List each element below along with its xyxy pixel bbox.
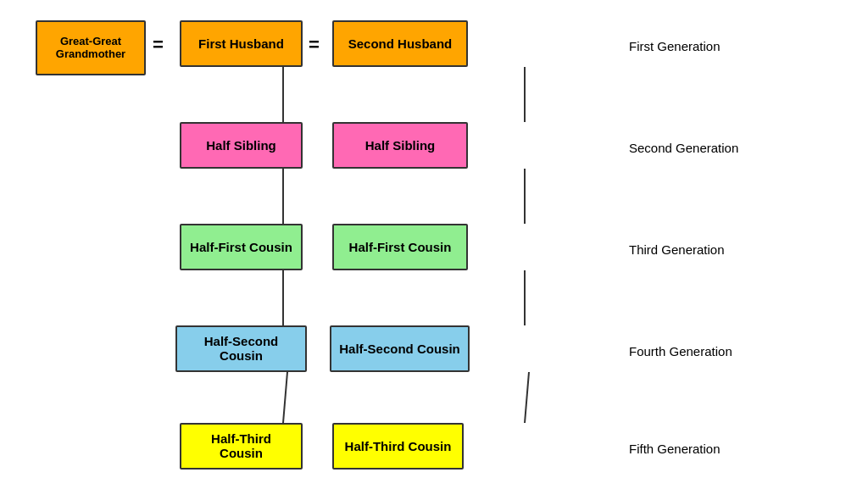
half-sibling-left-node: Half Sibling xyxy=(180,122,303,169)
first-husband-node: First Husband xyxy=(180,20,303,67)
svg-line-7 xyxy=(525,372,529,423)
half-sibling-right-node: Half Sibling xyxy=(332,122,468,169)
half-second-cousin-left-node: Half-Second Cousin xyxy=(175,325,307,372)
gen-label-5: Fifth Generation xyxy=(629,442,721,456)
gen-label-4: Fourth Generation xyxy=(629,344,732,358)
half-third-cousin-left-node: Half-Third Cousin xyxy=(180,423,303,470)
family-tree-diagram: Great-GreatGrandmother = First Husband =… xyxy=(19,8,849,482)
half-first-cousin-left-node: Half-First Cousin xyxy=(180,224,303,270)
svg-line-6 xyxy=(283,372,287,423)
half-third-cousin-right-node: Half-Third Cousin xyxy=(332,423,464,470)
gen-label-1: First Generation xyxy=(629,39,721,53)
ggm-node: Great-GreatGrandmother xyxy=(36,20,146,75)
equals-2: = xyxy=(309,34,320,56)
gen-label-2: Second Generation xyxy=(629,141,738,155)
second-husband-node: Second Husband xyxy=(332,20,468,67)
equals-1: = xyxy=(153,34,164,56)
gen-label-3: Third Generation xyxy=(629,242,725,257)
half-first-cousin-right-node: Half-First Cousin xyxy=(332,224,468,270)
half-second-cousin-right-node: Half-Second Cousin xyxy=(330,325,470,372)
